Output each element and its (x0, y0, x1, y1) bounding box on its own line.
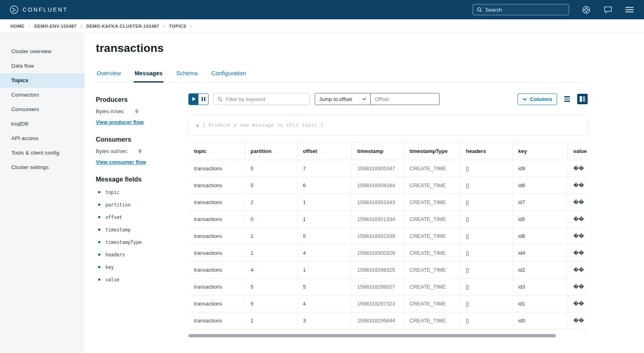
cell-timestamp: 1598318298325 (351, 262, 404, 279)
view-producer-flow-link[interactable]: View producer flow (96, 119, 144, 125)
cell-value: �� (568, 262, 588, 279)
play-pause-control (188, 93, 208, 105)
message-row[interactable]: transactions411598318298325CREATE_TIME[]… (188, 262, 588, 279)
top-navbar: CONFLUENT (0, 0, 644, 19)
cell-headers: [] (460, 211, 512, 228)
cell-value: �� (568, 211, 588, 228)
message-row[interactable]: transactions561598318304344CREATE_TIME[]… (188, 177, 588, 194)
jump-to-select[interactable]: Jump to offset (315, 93, 371, 105)
list-view-icon (564, 96, 570, 97)
columns-button[interactable]: Columns (518, 93, 557, 105)
cell-topic: transactions (188, 194, 245, 211)
message-field-partition: partition (98, 202, 182, 208)
cell-timestamptype: CREATE_TIME (404, 211, 460, 228)
breadcrumb-item-home[interactable]: HOME (10, 24, 25, 29)
message-row[interactable]: transactions151598318302339CREATE_TIME[]… (188, 228, 588, 245)
cell-timestamp: 1598318301334 (351, 211, 404, 228)
sidebar-item-consumers[interactable]: Consumers (0, 102, 85, 117)
message-field-key: key (98, 264, 182, 270)
sidebar-item-ksqldb[interactable]: ksqlDB (0, 117, 85, 131)
sidebar-item-topics[interactable]: Topics (0, 73, 85, 88)
list-view-button[interactable] (562, 94, 572, 104)
confluent-brand[interactable]: CONFLUENT (10, 5, 68, 14)
column-header-key: key (512, 142, 568, 160)
tab-overview[interactable]: Overview (96, 70, 122, 82)
chevron-right-icon: › (190, 23, 192, 29)
grid-view-icon (580, 96, 582, 102)
cell-key: id7 (512, 194, 568, 211)
sidebar-item-cluster-overview[interactable]: Cluster overview (0, 44, 85, 59)
cell-offset: 7 (297, 160, 351, 177)
cell-timestamptype: CREATE_TIME (404, 194, 460, 211)
menu-icon[interactable] (625, 5, 634, 14)
cell-value: �� (568, 194, 588, 211)
cell-timestamp: 1598318299327 (351, 279, 404, 295)
cell-offset: 1 (297, 194, 351, 211)
cell-timestamptype: CREATE_TIME (404, 160, 460, 177)
cell-partition: 2 (245, 194, 297, 211)
pause-icon (201, 96, 206, 102)
sidebar-item-tools-client-config[interactable]: Tools & client config (0, 146, 85, 160)
sidebar-item-api-access[interactable]: API access (0, 131, 85, 146)
cell-partition: 1 (245, 245, 297, 262)
chevron-right-icon: › (163, 23, 165, 29)
cell-offset: 1 (297, 262, 351, 279)
column-header-offset: offset (297, 142, 351, 160)
topic-stats-panel: Producers Bytes in/sec 9 View producer f… (96, 93, 188, 289)
sidebar: Cluster overviewData flowTopicsConnector… (0, 33, 85, 353)
breadcrumb-item-topics[interactable]: TOPICS (169, 24, 186, 29)
offset-input[interactable] (371, 93, 439, 105)
sidebar-item-connectors[interactable]: Connectors (0, 88, 85, 102)
cell-timestamptype: CREATE_TIME (404, 295, 460, 312)
column-header-headers: headers (460, 142, 512, 160)
cell-headers: [] (460, 312, 512, 329)
grid-view-button[interactable] (577, 94, 588, 104)
cell-value: �� (568, 295, 588, 312)
cell-partition: 5 (245, 160, 297, 177)
view-consumer-flow-link[interactable]: View consumer flow (96, 159, 146, 165)
message-row[interactable]: transactions541598318297323CREATE_TIME[]… (188, 295, 588, 312)
horizontal-scrollbar-thumb[interactable] (188, 334, 556, 337)
tab-schema[interactable]: Schema (175, 70, 198, 82)
cell-key: id2 (512, 262, 568, 279)
global-search[interactable] (473, 4, 569, 15)
message-row[interactable]: transactions141598318300329CREATE_TIME[]… (188, 245, 588, 262)
sidebar-item-cluster-settings[interactable]: Cluster settings (0, 160, 85, 175)
message-row[interactable]: transactions131598318295844CREATE_TIME[]… (188, 312, 588, 329)
message-row[interactable]: transactions011598318301334CREATE_TIME[]… (188, 211, 588, 228)
global-search-input[interactable] (485, 7, 565, 13)
cell-key: id3 (512, 279, 568, 295)
play-button[interactable] (189, 94, 198, 105)
cell-partition: 1 (245, 312, 297, 329)
breadcrumb-item-demo-env-102487[interactable]: DEMO-ENV-102487 (34, 24, 76, 29)
columns-button-label: Columns (530, 96, 552, 102)
cell-offset: 5 (297, 279, 351, 295)
chevron-right-icon: › (29, 23, 30, 29)
producers-heading: Producers (96, 96, 182, 103)
feedback-chat-icon[interactable] (603, 5, 613, 14)
cell-offset: 3 (297, 312, 351, 329)
message-field-value: value (98, 277, 182, 283)
message-row[interactable]: transactions211598318303343CREATE_TIME[]… (188, 194, 588, 211)
support-icon[interactable] (581, 5, 591, 14)
sidebar-item-data-flow[interactable]: Data flow (0, 59, 85, 73)
bytes-out-value: 9 (138, 148, 141, 154)
tab-configuration[interactable]: Configuration (211, 70, 247, 82)
cell-timestamp: 1598318300329 (351, 245, 404, 262)
message-row[interactable]: transactions551598318299327CREATE_TIME[]… (188, 279, 588, 295)
cell-headers: [] (460, 194, 512, 211)
cell-timestamp: 1598318303343 (351, 194, 404, 211)
page-title: transactions (96, 42, 588, 55)
search-icon (477, 7, 482, 12)
horizontal-scrollbar (188, 334, 588, 337)
cell-topic: transactions (188, 295, 245, 312)
cell-headers: [] (460, 160, 512, 177)
message-field-topic: topic (98, 190, 182, 195)
pause-button[interactable] (198, 94, 208, 105)
breadcrumb-item-demo-kafka-cluster-102487[interactable]: DEMO-KAFKA-CLUSTER-102487 (86, 24, 159, 29)
message-row[interactable]: transactions571598318305347CREATE_TIME[]… (188, 160, 588, 177)
filter-keyword-input[interactable] (226, 96, 305, 102)
message-field-offset: offset (98, 215, 182, 220)
produce-message-bar[interactable]: + { Produce a new message to this topic … (188, 116, 588, 135)
tab-messages[interactable]: Messages (134, 70, 163, 83)
